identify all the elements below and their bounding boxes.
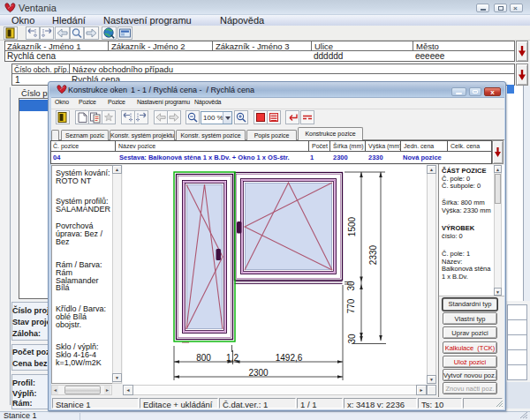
svg-text:770: 770 (346, 298, 356, 313)
svg-text:30: 30 (347, 334, 357, 344)
svg-text:800: 800 (196, 353, 211, 363)
svg-text:2330: 2330 (368, 244, 378, 265)
svg-text:1500: 1500 (347, 216, 357, 236)
svg-text:2300: 2300 (248, 368, 269, 378)
svg-text:1,2: 1,2 (226, 353, 238, 363)
svg-text:30: 30 (346, 281, 356, 291)
svg-text:1492,6: 1492,6 (276, 353, 303, 363)
